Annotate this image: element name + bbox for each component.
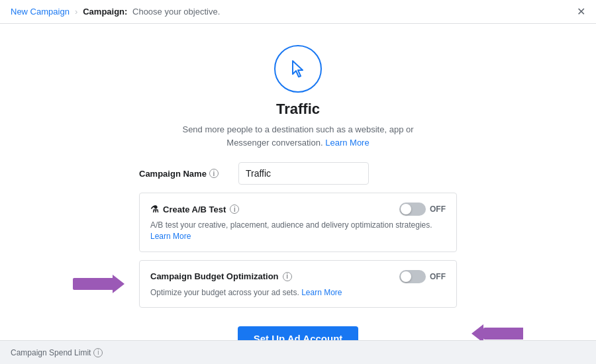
main-content: Traffic Send more people to a destinatio… <box>0 24 596 340</box>
ab-test-header: ⚗ Create A/B Test i OFF <box>150 203 446 216</box>
campaign-name-label: Campaign Name i <box>139 169 225 179</box>
left-arrow-head <box>113 275 124 293</box>
top-bar: New Campaign › Campaign: Choose your obj… <box>0 0 596 24</box>
ab-test-toggle-knob <box>401 204 411 214</box>
cursor-svg-icon <box>287 58 309 79</box>
ab-test-description: A/B test your creative, placement, audie… <box>150 220 446 242</box>
breadcrumb-current: Campaign: Choose your objective. <box>83 7 220 17</box>
campaign-name-label-col: Campaign Name i <box>139 169 232 179</box>
campaign-name-input[interactable] <box>238 162 369 185</box>
budget-optimization-toggle[interactable] <box>399 270 426 283</box>
right-arrow-wrapper <box>472 324 523 340</box>
budget-optimization-wrapper: Campaign Budget Optimization i OFF Optim… <box>139 260 457 308</box>
flask-icon: ⚗ <box>150 204 159 214</box>
budget-optimization-card: Campaign Budget Optimization i OFF Optim… <box>139 260 457 308</box>
traffic-icon-wrapper <box>274 45 322 93</box>
right-arrow-head <box>472 324 483 340</box>
ab-test-toggle-right: OFF <box>399 203 446 216</box>
right-arrow-body <box>483 328 523 340</box>
ab-test-learn-more[interactable]: Learn More <box>150 232 191 241</box>
budget-optimization-toggle-label: OFF <box>430 272 446 281</box>
budget-optimization-title: Campaign Budget Optimization i <box>150 271 292 281</box>
page-title: Traffic <box>276 101 320 118</box>
campaign-name-input-col <box>238 162 457 185</box>
ab-test-toggle[interactable] <box>399 203 426 216</box>
ab-test-toggle-label: OFF <box>430 205 446 214</box>
breadcrumb-separator: › <box>75 7 77 17</box>
new-campaign-link[interactable]: New Campaign <box>11 7 70 17</box>
campaign-name-row: Campaign Name i <box>139 162 457 185</box>
traffic-icon-circle <box>274 45 322 93</box>
ab-test-title: ⚗ Create A/B Test i <box>150 204 239 214</box>
right-arrow <box>472 324 523 340</box>
cta-row: Set Up Ad Account <box>139 316 457 340</box>
page-description: Send more people to a destination such a… <box>179 123 417 149</box>
set-up-ad-account-button[interactable]: Set Up Ad Account <box>238 326 359 340</box>
left-arrow-wrapper <box>73 275 124 293</box>
budget-optimization-toggle-right: OFF <box>399 270 446 283</box>
budget-optimization-toggle-knob <box>401 271 411 282</box>
left-arrow-body <box>73 278 113 290</box>
bottom-info-icon[interactable]: i <box>93 348 103 357</box>
ab-test-info-icon[interactable]: i <box>230 205 239 214</box>
left-arrow <box>73 275 124 293</box>
campaign-name-info-icon[interactable]: i <box>209 169 219 178</box>
form-section: Campaign Name i ⚗ Create A/B Test i <box>139 162 457 340</box>
budget-optimization-description: Optimize your budget across your ad sets… <box>150 287 446 298</box>
budget-optimization-info-icon[interactable]: i <box>283 272 292 281</box>
ab-test-card: ⚗ Create A/B Test i OFF A/B test your cr… <box>139 193 457 252</box>
close-button[interactable]: ✕ <box>577 5 585 18</box>
learn-more-link-1[interactable]: Learn More <box>325 138 369 148</box>
bottom-bar: Campaign Spend Limit i <box>0 340 596 364</box>
budget-optimization-learn-more[interactable]: Learn More <box>301 288 342 297</box>
budget-optimization-header: Campaign Budget Optimization i OFF <box>150 270 446 283</box>
